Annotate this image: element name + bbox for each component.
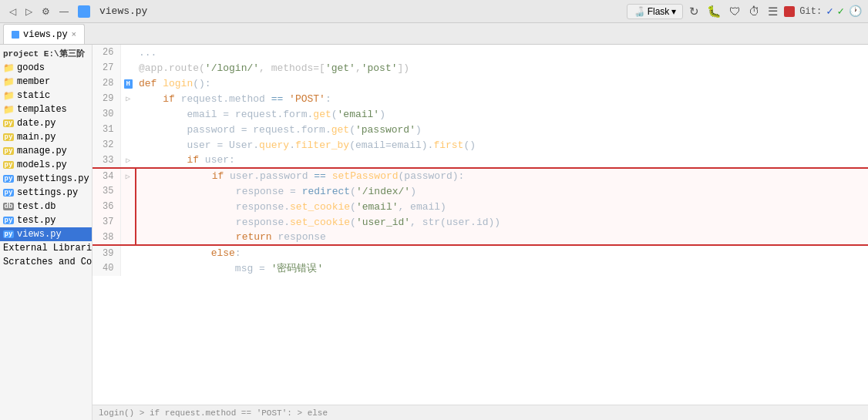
line-number: 36 [93,199,120,214]
line-code[interactable]: @app.route('/login/', methods=['get','po… [136,60,868,76]
line-code[interactable]: if request.method == 'POST': [136,91,868,106]
code-scroll[interactable]: 26 ... 27 @app.route('/login/', methods=… [93,45,868,405]
folder-icon: 📁 [3,104,14,115]
line-gutter: H [120,76,136,91]
sidebar-item-ext-libs[interactable]: External Libraries [0,241,92,255]
py-icon: py [3,215,14,226]
minimize-button[interactable]: — [56,5,72,18]
table-row: 32 user = User.query.filter_by(email=ema… [93,137,868,153]
sidebar-item-date-py[interactable]: py date.py [0,116,92,130]
line-number: 38 [93,230,120,245]
titlebar-right: 🍶 Flask ▾ ↻ 🐛 🛡 ⏱ ☰ Git: ✓ ✓ 🕐 [627,3,862,20]
sidebar-item-test-db[interactable]: db test.db [0,200,92,213]
back-button[interactable]: ◁ [6,5,19,18]
line-gutter [120,106,136,122]
sidebar-item-manage-py[interactable]: py manage.py [0,144,92,158]
build-button[interactable]: ☰ [766,3,779,20]
line-gutter [120,245,136,260]
sidebar-item-static[interactable]: 📁 static [0,89,92,102]
titlebar-nav: ◁ ▷ ⚙ — [6,5,72,18]
tabbar: views.py × [0,23,868,45]
line-number: 26 [93,45,120,60]
app-icon [78,5,90,18]
line-number: 27 [93,60,120,76]
line-code[interactable]: if user.password == setPassword(password… [136,168,868,183]
py-icon: py [3,146,14,156]
git-label: Git: [799,6,822,17]
line-gutter [120,183,136,199]
sidebar-item-label: Scratches and Co... [3,257,93,267]
titlebar: ◁ ▷ ⚙ — views.py 🍶 Flask ▾ ↻ 🐛 🛡 ⏱ ☰ Git… [0,0,868,23]
table-row: 40 msg = '密码错误' [93,260,868,276]
line-gutter [120,199,136,214]
table-row: 34 ▷ if user.password == setPassword(pas… [93,168,868,183]
db-icon: db [3,201,14,212]
line-code[interactable]: def login(): [136,76,868,91]
sidebar-item-mysettings-py[interactable]: py mysettings.py [0,172,92,186]
sidebar-item-models-py[interactable]: py models.py [0,158,92,172]
line-gutter [120,122,136,137]
git-check-green-icon: ✓ [838,5,844,18]
table-row: 39 else: [93,245,868,260]
sidebar-item-label: goods [17,62,45,73]
line-code[interactable]: msg = '密码错误' [136,260,868,276]
line-gutter [120,260,136,276]
bottom-hint-text: login() > if request.method == 'POST': >… [99,408,328,418]
table-row: 33 ▷ if user: [93,153,868,168]
sidebar-item-label: models.py [17,160,67,170]
sidebar-item-scratches[interactable]: Scratches and Co... [0,255,92,269]
line-code[interactable]: response = redirect('/index/') [136,183,868,199]
flask-run-button[interactable]: 🍶 Flask ▾ [627,4,684,19]
line-number: 40 [93,260,120,276]
line-number: 33 [93,153,120,168]
table-row: 36 response.set_cookie('email', email) [93,199,868,214]
sidebar-item-goods[interactable]: 📁 goods [0,61,92,75]
line-code[interactable]: response.set_cookie('email', email) [136,199,868,214]
tab-close-button[interactable]: × [72,30,77,39]
sidebar-item-views-py[interactable]: py views.py [0,227,92,241]
stop-button[interactable] [784,6,795,17]
debug-button[interactable]: 🐛 [705,3,723,20]
sidebar: project E:\第三阶 📁 goods 📁 member 📁 static… [0,45,93,420]
sidebar-item-settings-py[interactable]: py settings.py [0,186,92,200]
sidebar-item-label: member [17,76,50,87]
settings-button[interactable]: ⚙ [39,5,53,18]
line-code[interactable]: user = User.query.filter_by(email=email)… [136,137,868,153]
main-area: project E:\第三阶 📁 goods 📁 member 📁 static… [0,45,868,420]
coverage-button[interactable]: 🛡 [728,3,742,19]
sidebar-item-main-py[interactable]: py main.py [0,130,92,144]
py-icon: py [3,118,14,129]
sidebar-item-label: date.py [17,118,56,129]
table-row: 37 response.set_cookie('user_id', str(us… [93,214,868,230]
tab-icon [12,31,19,39]
line-code[interactable]: else: [136,245,868,260]
line-code[interactable]: email = request.form.get('email') [136,106,868,122]
project-header: project E:\第三阶 [0,45,92,61]
line-code[interactable]: ... [136,45,868,60]
line-code[interactable]: password = request.form.get('password') [136,122,868,137]
tab-views-py[interactable]: views.py × [3,24,85,44]
flask-icon: 🍶 [634,6,645,17]
line-gutter [120,45,136,60]
forward-button[interactable]: ▷ [22,5,35,18]
folder-icon: 📁 [3,76,14,87]
line-number: 37 [93,214,120,230]
line-code[interactable]: return response [136,230,868,245]
sidebar-item-templates[interactable]: 📁 templates [0,102,92,116]
py-icon: py [3,173,14,184]
line-number: 34 [93,168,120,183]
refresh-button[interactable]: ↻ [688,3,701,20]
line-number: 35 [93,183,120,199]
line-code[interactable]: response.set_cookie('user_id', str(user.… [136,214,868,230]
sidebar-item-member[interactable]: 📁 member [0,75,92,89]
flask-label: Flask [648,6,670,17]
sidebar-item-test-py[interactable]: py test.py [0,213,92,227]
sidebar-item-label: main.py [17,132,56,143]
tab-filename: views.py [23,29,68,40]
sidebar-item-label: templates [17,104,67,115]
table-row: 38 return response [93,230,868,245]
sidebar-item-label: test.py [17,215,56,226]
line-code[interactable]: if user: [136,153,868,168]
sidebar-item-label: views.py [17,229,62,240]
profile-button[interactable]: ⏱ [747,3,762,19]
